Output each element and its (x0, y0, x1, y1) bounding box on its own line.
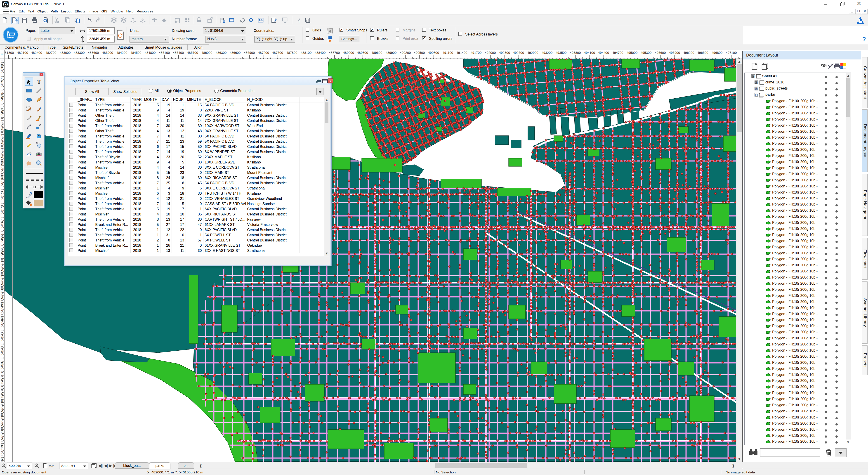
svg-text:F: F (299, 21, 300, 23)
svg-text:T: T (37, 79, 41, 85)
